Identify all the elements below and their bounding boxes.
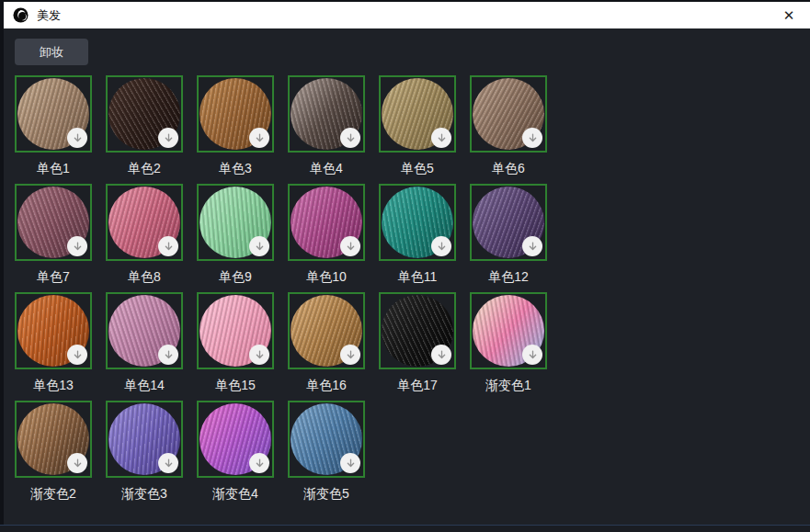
- hair-color-item: 渐变色2: [15, 401, 92, 503]
- download-icon[interactable]: [158, 236, 178, 256]
- download-icon[interactable]: [340, 236, 360, 256]
- hair-color-tile[interactable]: [106, 292, 183, 369]
- hair-color-item: 渐变色1: [470, 292, 547, 394]
- hair-color-item: 单色1: [15, 75, 92, 177]
- download-icon[interactable]: [67, 236, 87, 256]
- hair-color-item: 单色7: [15, 184, 92, 286]
- download-icon[interactable]: [340, 128, 360, 148]
- tile-label: 单色9: [219, 269, 252, 286]
- close-icon[interactable]: ✕: [777, 6, 801, 26]
- hair-color-item: 单色15: [197, 292, 274, 394]
- download-icon[interactable]: [67, 128, 87, 148]
- hair-color-item: 单色6: [470, 75, 547, 177]
- hair-color-tile[interactable]: [470, 292, 547, 369]
- tile-label: 单色15: [215, 378, 256, 394]
- tile-label: 单色14: [124, 378, 165, 394]
- tile-label: 渐变色4: [212, 486, 258, 503]
- hair-color-item: 单色8: [106, 184, 183, 286]
- download-icon[interactable]: [431, 345, 451, 365]
- tile-label: 单色4: [310, 161, 343, 177]
- hair-color-tile[interactable]: [15, 292, 92, 369]
- download-icon[interactable]: [158, 453, 178, 473]
- hair-color-tile[interactable]: [470, 184, 547, 261]
- tile-label: 单色10: [306, 269, 347, 286]
- tile-label: 单色13: [33, 378, 74, 394]
- download-icon[interactable]: [522, 236, 542, 256]
- tile-label: 单色1: [37, 161, 70, 177]
- hair-color-item: 渐变色5: [288, 401, 365, 503]
- hair-color-item: 单色9: [197, 184, 274, 286]
- hair-color-item: 渐变色3: [106, 401, 183, 503]
- download-icon[interactable]: [431, 128, 451, 148]
- hair-color-tile[interactable]: [106, 184, 183, 261]
- dialog-title: 美发: [37, 7, 61, 24]
- download-icon[interactable]: [249, 128, 269, 148]
- hair-color-tile[interactable]: [379, 184, 456, 261]
- hair-color-tile[interactable]: [197, 401, 274, 478]
- hair-color-tile[interactable]: [288, 401, 365, 478]
- hair-color-item: 单色3: [197, 75, 274, 177]
- hair-color-tile[interactable]: [379, 292, 456, 369]
- tile-label: 单色12: [488, 269, 529, 286]
- hair-color-tile[interactable]: [470, 75, 547, 153]
- tile-label: 单色6: [492, 161, 525, 177]
- hair-color-item: 单色11: [379, 184, 456, 286]
- tile-label: 渐变色3: [121, 486, 167, 503]
- hair-color-tile[interactable]: [15, 75, 92, 153]
- dialog-content: 卸妆 单色1 单色2: [4, 28, 810, 525]
- download-icon[interactable]: [340, 345, 360, 365]
- background-window-edge: [0, 525, 810, 532]
- hair-color-item: 单色16: [288, 292, 365, 394]
- download-icon[interactable]: [249, 236, 269, 256]
- tile-label: 单色5: [401, 161, 434, 177]
- hair-color-tile[interactable]: [197, 184, 274, 261]
- download-icon[interactable]: [249, 453, 269, 473]
- download-icon[interactable]: [431, 236, 451, 256]
- download-icon[interactable]: [522, 128, 542, 148]
- hair-color-tile[interactable]: [288, 75, 365, 153]
- tile-label: 渐变色1: [485, 378, 531, 394]
- remove-makeup-button[interactable]: 卸妆: [15, 39, 88, 65]
- tile-label: 单色7: [37, 269, 70, 286]
- download-icon[interactable]: [249, 345, 269, 365]
- hair-color-item: 单色10: [288, 184, 365, 286]
- hair-style-dialog: 美发 ✕ 卸妆 单色1 单色2: [4, 2, 810, 525]
- download-icon[interactable]: [67, 453, 87, 473]
- hair-color-tile[interactable]: [15, 401, 92, 478]
- tile-label: 渐变色5: [303, 486, 349, 503]
- hair-color-item: 单色14: [106, 292, 183, 394]
- hair-color-item: 单色12: [470, 184, 547, 286]
- download-icon[interactable]: [158, 345, 178, 365]
- tile-label: 单色17: [397, 378, 438, 394]
- hair-color-tile[interactable]: [379, 75, 456, 153]
- tile-label: 单色11: [398, 269, 438, 286]
- swatch-grid: 单色1 单色2 单色3: [15, 75, 561, 503]
- hair-color-item: 单色4: [288, 75, 365, 177]
- dialog-titlebar: 美发 ✕: [4, 2, 810, 28]
- download-icon[interactable]: [522, 345, 542, 365]
- hair-color-item: 单色13: [15, 292, 92, 394]
- hair-color-tile[interactable]: [197, 292, 274, 369]
- hair-color-tile[interactable]: [15, 184, 92, 261]
- hair-color-tile[interactable]: [106, 401, 183, 478]
- hair-color-tile[interactable]: [288, 184, 365, 261]
- hair-color-tile[interactable]: [197, 75, 274, 153]
- hair-color-item: 渐变色4: [197, 401, 274, 503]
- hair-color-item: 单色17: [379, 292, 456, 394]
- obs-logo-icon: [13, 7, 29, 23]
- hair-color-item: 单色2: [106, 75, 183, 177]
- hair-color-item: 单色5: [379, 75, 456, 177]
- tile-label: 单色8: [128, 269, 161, 286]
- hair-color-tile[interactable]: [106, 75, 183, 153]
- tile-label: 单色3: [219, 161, 252, 177]
- tile-label: 渐变色2: [30, 486, 76, 503]
- hair-color-tile[interactable]: [288, 292, 365, 369]
- download-icon[interactable]: [67, 345, 87, 365]
- tile-label: 单色16: [306, 378, 347, 394]
- download-icon[interactable]: [158, 128, 178, 148]
- download-icon[interactable]: [340, 453, 360, 473]
- tile-label: 单色2: [128, 161, 161, 177]
